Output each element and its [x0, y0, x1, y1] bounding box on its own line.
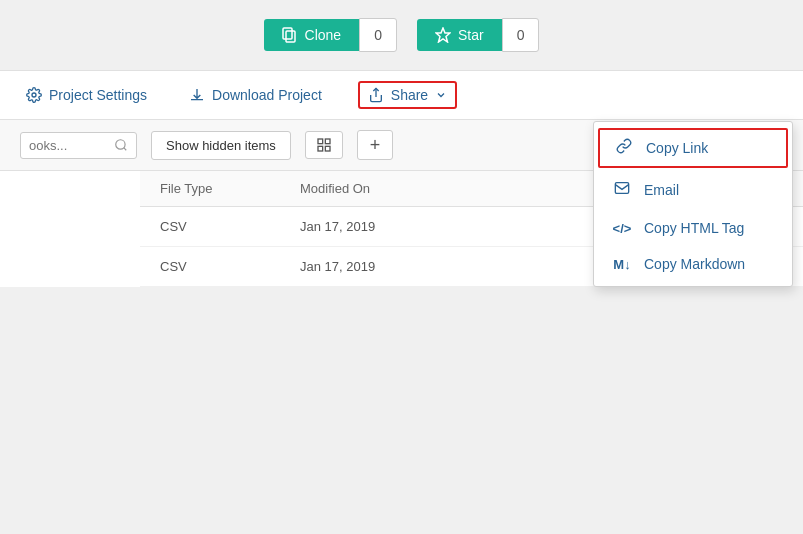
- search-wrapper: [20, 132, 137, 159]
- svg-point-6: [116, 140, 125, 149]
- search-input[interactable]: [29, 138, 109, 153]
- share-label: Share: [391, 87, 428, 103]
- link-icon: [614, 138, 634, 158]
- svg-rect-0: [286, 31, 295, 42]
- toolbar: Project Settings Download Project Share: [0, 70, 803, 120]
- svg-rect-5: [615, 183, 628, 194]
- share-item[interactable]: Share: [358, 81, 457, 109]
- clone-group: Clone 0: [264, 18, 397, 52]
- clone-button[interactable]: Clone: [264, 19, 360, 51]
- svg-rect-10: [318, 146, 323, 151]
- add-button[interactable]: +: [357, 130, 394, 160]
- svg-rect-1: [283, 28, 292, 39]
- settings-label: Project Settings: [49, 87, 147, 103]
- copy-link-item[interactable]: Copy Link: [598, 128, 788, 168]
- modified-header: Modified On: [300, 181, 480, 196]
- copy-html-label: Copy HTML Tag: [644, 220, 744, 236]
- star-icon: [435, 27, 451, 43]
- copy-markdown-label: Copy Markdown: [644, 256, 745, 272]
- star-label: Star: [458, 27, 484, 43]
- copy-html-item[interactable]: </> Copy HTML Tag: [594, 210, 792, 246]
- clone-icon: [282, 27, 298, 43]
- svg-rect-8: [318, 139, 323, 144]
- filetype-header: File Type: [160, 181, 300, 196]
- copy-link-label: Copy Link: [646, 140, 708, 156]
- email-label: Email: [644, 182, 679, 198]
- layout-icon: [316, 137, 332, 153]
- clone-label: Clone: [305, 27, 342, 43]
- row1-filetype: CSV: [160, 219, 300, 234]
- show-hidden-label: Show hidden items: [166, 138, 276, 153]
- project-settings-item[interactable]: Project Settings: [20, 83, 153, 107]
- row1-modified: Jan 17, 2019: [300, 219, 480, 234]
- chevron-down-icon: [435, 89, 447, 101]
- clone-count[interactable]: 0: [359, 18, 397, 52]
- top-bar: Clone 0 Star 0: [0, 0, 803, 70]
- svg-line-7: [124, 148, 127, 151]
- star-group: Star 0: [417, 18, 539, 52]
- gear-icon: [26, 87, 42, 103]
- row2-modified: Jan 17, 2019: [300, 259, 480, 274]
- share-icon: [368, 87, 384, 103]
- svg-rect-9: [325, 139, 330, 144]
- share-dropdown: Copy Link Email </> Copy HTML Tag M↓ Cop…: [593, 121, 793, 287]
- plus-label: +: [370, 135, 381, 155]
- layout-icon-button[interactable]: [305, 131, 343, 159]
- search-icon: [114, 138, 128, 152]
- svg-rect-11: [325, 146, 330, 151]
- svg-point-3: [32, 93, 36, 97]
- markdown-icon: M↓: [612, 257, 632, 272]
- email-item[interactable]: Email: [594, 170, 792, 210]
- email-icon: [612, 180, 632, 200]
- copy-markdown-item[interactable]: M↓ Copy Markdown: [594, 246, 792, 282]
- download-label: Download Project: [212, 87, 322, 103]
- star-count[interactable]: 0: [502, 18, 540, 52]
- row2-filetype: CSV: [160, 259, 300, 274]
- svg-marker-2: [436, 28, 450, 42]
- download-project-item[interactable]: Download Project: [183, 83, 328, 107]
- html-icon: </>: [612, 221, 632, 236]
- show-hidden-button[interactable]: Show hidden items: [151, 131, 291, 160]
- download-icon: [189, 87, 205, 103]
- star-button[interactable]: Star: [417, 19, 502, 51]
